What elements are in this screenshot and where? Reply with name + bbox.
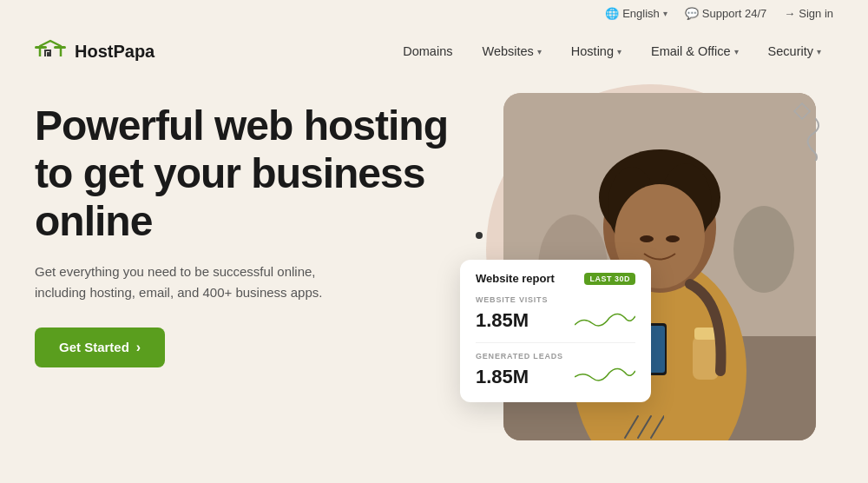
get-started-button[interactable]: Get Started › <box>35 328 165 367</box>
nav-label-security: Security <box>768 44 813 58</box>
signin-link[interactable]: → Sign in <box>784 7 833 20</box>
language-label: English <box>622 7 660 20</box>
visits-value: 1.85M <box>476 309 529 332</box>
support-link[interactable]: 💬 Support 24/7 <box>685 7 766 20</box>
logo[interactable]: HostPapa <box>35 39 155 63</box>
hero-left: Powerful web hosting to get your busines… <box>35 93 451 367</box>
nav-label-websites: Websites <box>482 44 533 58</box>
lines-decoration <box>621 412 664 446</box>
signin-label: Sign in <box>799 7 833 20</box>
leads-label: GENERATED LEADS <box>476 352 635 361</box>
email-office-chevron-icon: ▾ <box>734 47 739 56</box>
visits-label: WEBSITE VISITS <box>476 295 635 304</box>
report-row-leads: GENERATED LEADS 1.85M <box>476 352 635 390</box>
nav-item-email-office[interactable]: Email & Office ▾ <box>639 37 751 65</box>
svg-point-11 <box>640 235 654 242</box>
report-row-visits: WEBSITE VISITS 1.85M <box>476 295 635 343</box>
svg-point-18 <box>733 206 794 293</box>
support-label: Support 24/7 <box>702 7 766 20</box>
hero-subtitle: Get everything you need to be successful… <box>35 261 365 303</box>
websites-chevron-icon: ▾ <box>537 47 542 56</box>
report-badge: LAST 30D <box>584 273 635 285</box>
nav-item-hosting[interactable]: Hosting ▾ <box>559 37 634 65</box>
svg-rect-2 <box>47 52 50 56</box>
logo-text: HostPapa <box>75 42 155 62</box>
utility-bar: 🌐 English ▾ 💬 Support 24/7 → Sign in <box>0 0 868 27</box>
leads-value: 1.85M <box>476 366 529 388</box>
hero-title: Powerful web hosting to get your busines… <box>35 102 451 246</box>
language-chevron: ▾ <box>663 9 667 18</box>
nav-links: Domains Websites ▾ Hosting ▾ Email & Off… <box>391 37 833 65</box>
hero-right: Website report LAST 30D WEBSITE VISITS 1… <box>451 93 833 472</box>
cta-arrow-icon: › <box>136 340 141 355</box>
signin-icon: → <box>784 7 795 20</box>
svg-rect-15 <box>693 336 719 380</box>
dot-decoration <box>476 232 483 239</box>
nav-label-email-office: Email & Office <box>651 44 731 58</box>
language-selector[interactable]: 🌐 English ▾ <box>605 7 667 20</box>
nav-label-hosting: Hosting <box>571 44 614 58</box>
hosting-chevron-icon: ▾ <box>617 47 621 56</box>
website-report-card: Website report LAST 30D WEBSITE VISITS 1… <box>460 260 651 402</box>
visits-chart <box>575 308 635 334</box>
nav-item-security[interactable]: Security ▾ <box>756 37 833 65</box>
nav-item-websites[interactable]: Websites ▾ <box>470 37 553 65</box>
security-chevron-icon: ▾ <box>817 47 821 56</box>
report-title: Website report <box>476 272 555 285</box>
hero-section: Powerful web hosting to get your busines… <box>0 76 868 472</box>
visits-content: 1.85M <box>476 308 635 334</box>
svg-point-12 <box>666 235 680 242</box>
leads-content: 1.85M <box>476 364 635 390</box>
leads-chart <box>575 364 635 390</box>
chat-icon: 💬 <box>685 7 699 20</box>
globe-icon: 🌐 <box>605 7 619 20</box>
navbar: HostPapa Domains Websites ▾ Hosting ▾ Em… <box>0 27 868 76</box>
nav-item-domains[interactable]: Domains <box>391 37 464 65</box>
nav-label-domains: Domains <box>403 44 452 58</box>
squiggle-decoration <box>799 117 825 164</box>
cta-label: Get Started <box>59 340 129 354</box>
report-header: Website report LAST 30D <box>476 272 635 285</box>
logo-icon <box>35 39 66 63</box>
